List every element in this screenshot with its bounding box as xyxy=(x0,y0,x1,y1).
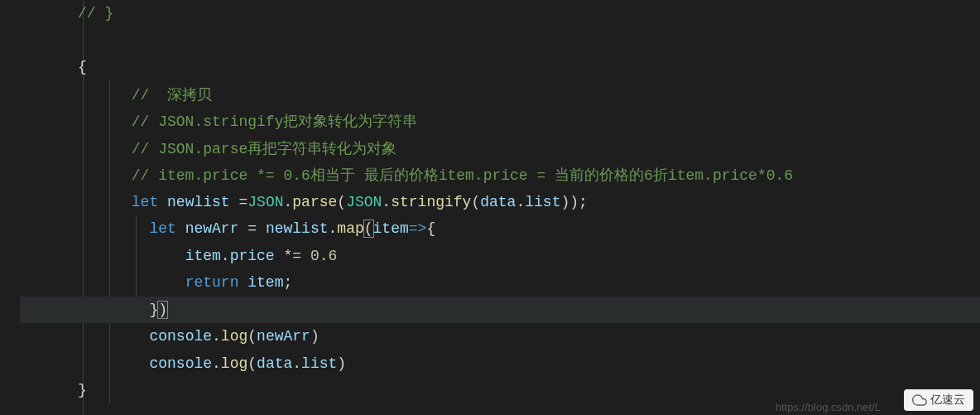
code-line[interactable]: item.price *= 0.6 xyxy=(20,243,980,270)
token-space xyxy=(257,220,266,237)
token-space xyxy=(238,274,247,291)
token-variable: newlist xyxy=(167,194,230,210)
token-function-call: parse xyxy=(292,194,337,210)
token-punct: . xyxy=(284,194,293,210)
code-line[interactable]: console.log(data.list) xyxy=(20,350,980,378)
token-punct: . xyxy=(382,194,391,210)
watermark-logo: 亿速云 xyxy=(904,389,973,411)
code-line[interactable]: console.log(newArr) xyxy=(20,323,980,350)
token-paren: ( xyxy=(247,355,257,372)
token-punct: . xyxy=(292,355,301,372)
token-variable: newlist xyxy=(266,220,329,237)
code-line[interactable]: } xyxy=(20,377,980,404)
watermark-url: https://blog.csdn.net/L xyxy=(776,401,881,413)
cloud-icon xyxy=(912,393,927,408)
token-property: list xyxy=(301,355,337,372)
line-content: item.price *= 0.6 xyxy=(20,248,337,264)
line-gutter xyxy=(0,0,20,415)
token-punct: { xyxy=(426,220,435,237)
watermark-label: 亿速云 xyxy=(930,393,965,408)
token-variable: item xyxy=(373,220,409,237)
token-keyword: return xyxy=(185,274,239,291)
token-operator: *= xyxy=(283,248,301,264)
token-paren: ) xyxy=(337,355,346,372)
token-variable: data xyxy=(257,355,292,372)
line-content: } xyxy=(20,382,87,398)
token-punct: ; xyxy=(579,194,588,210)
token-comment: // item.price *= 0.6相当于 最后的价格item.price … xyxy=(132,167,793,184)
token-punct: } xyxy=(78,382,87,398)
token-space xyxy=(176,220,185,237)
line-content: // JSON.parse再把字符串转化为对象 xyxy=(20,138,396,158)
token-operator: = xyxy=(238,194,247,210)
token-variable: data xyxy=(480,194,516,210)
token-function-call: log xyxy=(221,328,247,345)
token-punct: . xyxy=(221,248,230,264)
line-content: return item; xyxy=(20,274,292,291)
token-function-call: log xyxy=(221,355,247,372)
line-content: let newArr = newlist.map(item=>{ xyxy=(20,220,435,237)
token-variable: console xyxy=(149,355,212,372)
line-content: console.log(data.list) xyxy=(20,355,346,372)
code-line[interactable]: // JSON.stringify把对象转化为字符串 xyxy=(20,108,980,135)
token-property: list xyxy=(525,194,560,210)
token-property: price xyxy=(230,248,275,264)
code-line[interactable]: // } xyxy=(20,0,980,27)
code-line[interactable] xyxy=(20,27,980,55)
token-function-call: stringify xyxy=(391,194,471,210)
token-punct: ; xyxy=(283,274,292,291)
code-editor[interactable]: // }{ // 深拷贝 // JSON.stringify把对象转化为字符串 … xyxy=(0,0,980,415)
token-space xyxy=(301,248,310,264)
token-variable: newArr xyxy=(185,220,239,237)
token-arrow: => xyxy=(409,220,427,237)
token-paren: ( xyxy=(471,194,480,210)
code-line[interactable]: let newArr = newlist.map(item=>{ xyxy=(20,215,980,243)
token-comment: // } xyxy=(78,5,113,22)
token-punct: { xyxy=(78,59,87,75)
token-punct: . xyxy=(329,220,338,237)
line-content: let newlist =JSON.parse(JSON.stringify(d… xyxy=(20,194,588,210)
line-content: { xyxy=(20,59,87,75)
line-content: // item.price *= 0.6相当于 最后的价格item.price … xyxy=(20,165,793,185)
token-class-name: JSON xyxy=(247,194,283,210)
token-punct: . xyxy=(516,194,525,210)
token-paren: ( xyxy=(247,328,257,345)
token-space xyxy=(158,194,167,210)
token-keyword: let xyxy=(132,194,158,210)
code-line[interactable]: // JSON.parse再把字符串转化为对象 xyxy=(20,135,980,162)
token-variable: item xyxy=(247,274,283,291)
token-space xyxy=(230,194,239,210)
token-number: 0.6 xyxy=(310,248,337,264)
token-paren: ) xyxy=(310,328,319,345)
token-space xyxy=(238,220,247,237)
token-paren: ) xyxy=(157,301,168,319)
token-comment: // 深拷贝 xyxy=(132,87,212,104)
code-line[interactable]: { xyxy=(20,54,980,81)
line-content: // } xyxy=(20,5,113,22)
token-paren: )) xyxy=(560,194,579,210)
code-line[interactable]: }) xyxy=(20,297,980,324)
code-line[interactable]: let newlist =JSON.parse(JSON.stringify(d… xyxy=(20,189,980,216)
line-content: // JSON.stringify把对象转化为字符串 xyxy=(20,111,417,131)
token-variable: newArr xyxy=(257,328,310,345)
token-keyword: let xyxy=(149,220,175,237)
token-paren: ( xyxy=(337,194,346,210)
code-area[interactable]: // }{ // 深拷贝 // JSON.stringify把对象转化为字符串 … xyxy=(20,0,980,415)
code-line[interactable]: // item.price *= 0.6相当于 最后的价格item.price … xyxy=(20,162,980,189)
code-line[interactable]: // 深拷贝 xyxy=(20,81,980,109)
token-variable: console xyxy=(149,328,212,345)
token-operator: = xyxy=(247,220,257,237)
line-content: }) xyxy=(20,302,167,318)
token-punct: . xyxy=(212,355,221,372)
token-comment: // JSON.parse再把字符串转化为对象 xyxy=(132,141,396,157)
token-punct: . xyxy=(212,328,221,345)
token-class-name: JSON xyxy=(346,194,382,210)
token-space xyxy=(275,248,284,264)
code-line[interactable]: return item; xyxy=(20,269,980,297)
token-function-call: map xyxy=(337,220,363,237)
line-content: console.log(newArr) xyxy=(20,328,319,345)
line-content: // 深拷贝 xyxy=(20,84,212,104)
token-variable: item xyxy=(185,248,221,264)
token-comment: // JSON.stringify把对象转化为字符串 xyxy=(132,113,418,130)
